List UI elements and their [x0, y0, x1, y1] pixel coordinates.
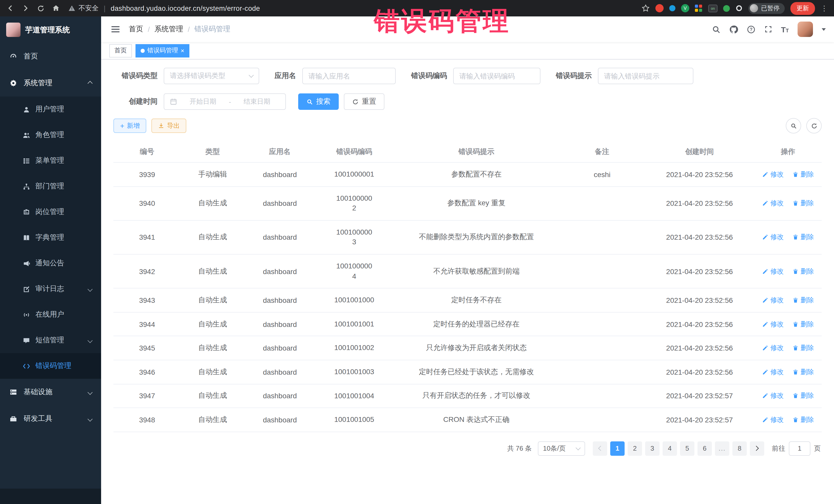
- sidebar-item-audit-log[interactable]: 审计日志: [0, 276, 101, 302]
- forward-icon[interactable]: [22, 4, 30, 12]
- reload-icon[interactable]: [37, 4, 45, 12]
- prev-page-button[interactable]: [593, 441, 607, 456]
- user-avatar[interactable]: [797, 22, 813, 37]
- sidebar-item-system[interactable]: 系统管理: [0, 70, 101, 96]
- edit-link[interactable]: 修改: [762, 343, 784, 353]
- back-icon[interactable]: [6, 4, 14, 12]
- fullscreen-icon[interactable]: [764, 25, 772, 34]
- delete-link[interactable]: 删除: [792, 415, 814, 424]
- delete-link[interactable]: 删除: [792, 199, 814, 208]
- pager-page-button-3[interactable]: 3: [645, 441, 659, 456]
- cell-msg: 定时任务不存在: [393, 288, 560, 312]
- sidebar-item-post-mgmt[interactable]: 岗位管理: [0, 199, 101, 225]
- refresh-table-button[interactable]: [806, 118, 822, 133]
- cell-code: 1001001002: [315, 336, 393, 360]
- extension-grid-icon[interactable]: [695, 4, 703, 12]
- security-status[interactable]: 不安全: [68, 4, 98, 13]
- pager-more-button[interactable]: ...: [715, 441, 729, 456]
- delete-link[interactable]: 删除: [792, 170, 814, 179]
- edit-link[interactable]: 修改: [762, 199, 784, 208]
- edit-link[interactable]: 修改: [762, 267, 784, 276]
- browser-update-button[interactable]: 更新: [790, 2, 815, 15]
- delete-link[interactable]: 删除: [792, 343, 814, 353]
- app-name-input[interactable]: [302, 68, 396, 84]
- goto-page-input[interactable]: [789, 441, 810, 456]
- date-range-picker[interactable]: 开始日期 - 结束日期: [164, 93, 286, 110]
- search-icon[interactable]: [711, 25, 720, 34]
- breadcrumb-home[interactable]: 首页: [129, 25, 143, 34]
- extension-v-icon[interactable]: V: [681, 4, 689, 12]
- pager-page-button-2[interactable]: 2: [628, 441, 642, 456]
- edit-link[interactable]: 修改: [762, 233, 784, 242]
- home-icon[interactable]: [52, 4, 60, 12]
- extension-leaf-icon[interactable]: [723, 5, 730, 12]
- edit-link[interactable]: 修改: [762, 320, 784, 329]
- sidebar-item-user-mgmt[interactable]: 用户管理: [0, 96, 101, 122]
- bookmark-star-icon[interactable]: [641, 4, 650, 12]
- sidebar-item-home[interactable]: 首页: [0, 43, 101, 70]
- edit-link[interactable]: 修改: [762, 170, 784, 179]
- export-button[interactable]: 导出: [151, 118, 186, 133]
- tag-home[interactable]: 首页: [109, 44, 132, 57]
- delete-link[interactable]: 删除: [792, 295, 814, 305]
- font-size-icon[interactable]: TT: [781, 25, 789, 33]
- pager-page-button-8[interactable]: 8: [732, 441, 747, 456]
- sidebar-item-sms-mgmt[interactable]: 短信管理: [0, 327, 101, 353]
- page-size-select[interactable]: 10条/页: [538, 441, 585, 456]
- extension-on-badge-icon[interactable]: on: [708, 4, 718, 12]
- pager-page-button-5[interactable]: 5: [680, 441, 695, 456]
- logo[interactable]: 芋道管理系统: [0, 17, 101, 43]
- pager-page-button-6[interactable]: 6: [698, 441, 712, 456]
- sidebar-collapse-bar[interactable]: [0, 489, 101, 504]
- column-id: 编号: [113, 141, 181, 162]
- breadcrumb-system[interactable]: 系统管理: [154, 25, 183, 34]
- book-icon: [23, 234, 30, 241]
- sidebar-item-error-code[interactable]: 错误码管理: [0, 353, 101, 379]
- delete-link[interactable]: 删除: [792, 320, 814, 329]
- tag-close-icon[interactable]: ×: [181, 47, 184, 53]
- sidebar-item-notice[interactable]: 通知公告: [0, 250, 101, 276]
- sidebar-item-infra[interactable]: 基础设施: [0, 379, 101, 406]
- edit-link[interactable]: 修改: [762, 391, 784, 400]
- tag-error-code[interactable]: 错误码管理 ×: [135, 44, 190, 57]
- help-icon[interactable]: ?: [746, 25, 755, 34]
- extension-drop-icon[interactable]: [669, 5, 675, 11]
- next-page-button[interactable]: [750, 441, 764, 456]
- extension-knot-icon[interactable]: [736, 5, 743, 12]
- sidebar-item-role-mgmt[interactable]: 角色管理: [0, 122, 101, 148]
- toggle-search-button[interactable]: [786, 118, 801, 133]
- delete-link[interactable]: 删除: [792, 233, 814, 242]
- address-bar[interactable]: dashboard.yudao.iocoder.cn/system/error-…: [111, 4, 260, 12]
- column-type: 类型: [181, 141, 244, 162]
- sidebar-item-dict-mgmt[interactable]: 字典管理: [0, 225, 101, 250]
- error-type-select[interactable]: 请选择错误码类型: [164, 68, 259, 84]
- edit-link[interactable]: 修改: [762, 295, 784, 305]
- sidebar-item-menu-mgmt[interactable]: 菜单管理: [0, 148, 101, 174]
- edit-link[interactable]: 修改: [762, 415, 784, 424]
- extension-red-icon[interactable]: [655, 4, 664, 12]
- reset-button[interactable]: 重置: [344, 93, 385, 110]
- sidebar-item-online-users[interactable]: 在线用户: [0, 302, 101, 327]
- delete-link[interactable]: 删除: [792, 267, 814, 276]
- edit-link[interactable]: 修改: [762, 367, 784, 376]
- range-separator: -: [229, 98, 231, 106]
- add-button[interactable]: + 新增: [113, 118, 146, 133]
- sidebar-item-tools[interactable]: 研发工具: [0, 406, 101, 432]
- hamburger-icon[interactable]: [109, 24, 122, 35]
- caret-down-icon[interactable]: [822, 28, 826, 30]
- table-header-row: 编号 类型 应用名 错误码编码 错误码提示 备注 创建时间 操作: [113, 141, 822, 162]
- delete-link[interactable]: 删除: [792, 367, 814, 376]
- cell-type: 自动生成: [181, 220, 244, 254]
- pager-pages: 123456...8: [609, 441, 748, 456]
- search-button[interactable]: 搜索: [298, 93, 339, 110]
- pager-page-button-1[interactable]: 1: [610, 441, 624, 456]
- error-msg-input[interactable]: [598, 68, 694, 84]
- profile-paused-badge[interactable]: 已暂停: [748, 3, 785, 14]
- cell-type: 自动生成: [181, 360, 244, 384]
- sidebar-item-dept-mgmt[interactable]: 部门管理: [0, 174, 101, 199]
- error-code-input[interactable]: [453, 68, 541, 84]
- github-icon[interactable]: [729, 25, 738, 34]
- browser-menu-icon[interactable]: ⋮: [821, 4, 828, 12]
- delete-link[interactable]: 删除: [792, 391, 814, 400]
- pager-page-button-4[interactable]: 4: [663, 441, 677, 456]
